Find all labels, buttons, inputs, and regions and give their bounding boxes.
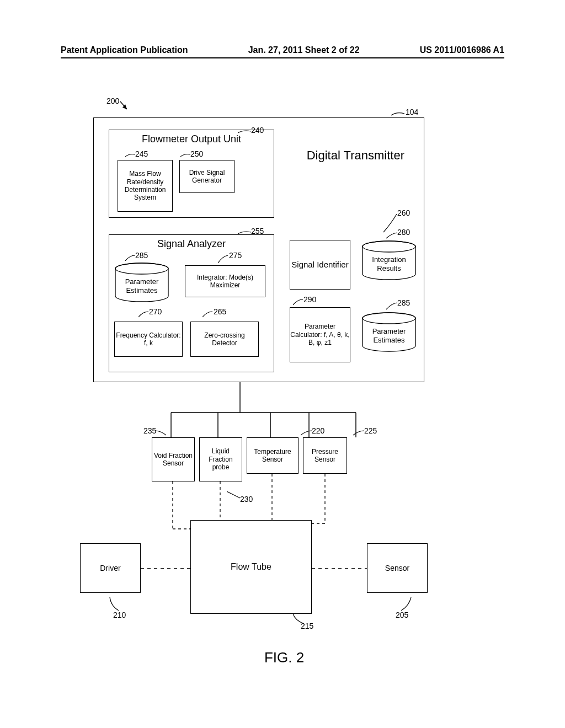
integration-results-label: Integration Results [361, 255, 417, 272]
ref-280: 280 [397, 228, 410, 237]
parameter-calculator-label: Parameter Calculator: f, A, θ, k, B, φ, … [290, 323, 350, 346]
leader-250-icon [180, 153, 191, 160]
parameter-estimates-cylinder-b: Parameter Estimates [361, 312, 417, 352]
pressure-sensor-label: Pressure Sensor [303, 448, 347, 464]
leader-285a-icon [125, 254, 136, 263]
mass-flow-block: Mass Flow Rate/density Determination Sys… [118, 160, 173, 212]
ref-245: 245 [135, 149, 148, 158]
header-center: Jan. 27, 2011 Sheet 2 of 22 [248, 45, 360, 55]
liquid-fraction-label: Liquid Fraction probe [200, 447, 242, 471]
signal-identifier-block: Signal Identifier [290, 240, 350, 290]
leader-235-icon [155, 430, 167, 437]
ref-220: 220 [312, 426, 324, 435]
ref-235: 235 [143, 426, 156, 435]
figure-caption: FIG. 2 [86, 649, 483, 666]
void-fraction-label: Void Fraction Sensor [152, 452, 194, 468]
leader-240-icon [238, 130, 252, 136]
frequency-calc-block: Frequency Calculator: f, k [114, 322, 183, 357]
leader-270-icon [138, 311, 150, 319]
ref-270: 270 [149, 307, 162, 316]
leader-220-icon [301, 430, 313, 437]
mass-flow-label: Mass Flow Rate/density Determination Sys… [118, 170, 172, 202]
temperature-sensor: Temperature Sensor [247, 437, 299, 474]
ref-230: 230 [240, 495, 253, 504]
parameter-estimates-b-label: Parameter Estimates [361, 327, 417, 344]
drive-signal-block: Drive Signal Generator [179, 160, 234, 193]
ref-210: 210 [113, 611, 126, 619]
digital-transmitter-label: Digital Transmitter [307, 148, 404, 163]
frequency-calc-label: Frequency Calculator: f, k [115, 331, 182, 347]
ref-104: 104 [406, 108, 418, 116]
parameter-estimates-a-label: Parameter Estimates [114, 277, 169, 295]
ref-240: 240 [251, 126, 264, 135]
header-rule [61, 57, 504, 58]
ref-285b: 285 [397, 298, 410, 307]
diagram-fig2: 200 104 Digital Transmitter Flowmeter Ou… [86, 108, 483, 659]
ref-285a: 285 [135, 251, 148, 260]
leader-225-icon [353, 430, 365, 437]
parameter-calculator-block: Parameter Calculator: f, A, θ, k, B, φ, … [290, 307, 350, 362]
arrow-200-icon [115, 99, 131, 116]
ref-250: 250 [190, 149, 203, 158]
ref-275: 275 [229, 251, 242, 260]
parameter-estimates-cylinder-a: Parameter Estimates [114, 262, 169, 303]
leader-280-icon [386, 232, 398, 240]
leader-265-icon [202, 311, 214, 319]
zero-crossing-block: Zero-crossing Detector [190, 322, 259, 357]
zero-crossing-label: Zero-crossing Detector [191, 331, 258, 347]
ref-260: 260 [397, 208, 410, 217]
ref-290: 290 [303, 295, 316, 304]
bottom-dashed-icon [86, 565, 483, 576]
signal-analyzer-title: Signal Analyzer [157, 238, 226, 250]
leader-255-icon [238, 231, 252, 237]
leader-260-icon [383, 212, 397, 234]
patent-page: Patent Application Publication Jan. 27, … [0, 0, 565, 728]
leader-275-icon [218, 254, 229, 265]
signal-identifier-label: Signal Identifier [291, 260, 348, 270]
ref-225: 225 [364, 426, 377, 435]
drive-signal-label: Drive Signal Generator [180, 169, 234, 185]
leader-245-icon [125, 153, 136, 160]
integration-results-cylinder: Integration Results [361, 240, 417, 281]
leader-210-icon [106, 597, 121, 612]
header-right: US 2011/0016986 A1 [420, 45, 504, 55]
leader-290-icon [293, 298, 304, 307]
digital-transmitter-title: Digital Transmitter [307, 148, 404, 163]
flowmeter-output-title: Flowmeter Output Unit [142, 133, 241, 146]
leader-205-icon [401, 597, 415, 612]
leader-215-icon [292, 614, 305, 626]
header-left: Patent Application Publication [61, 45, 188, 55]
integrator-block: Integrator: Mode(s) Maximizer [185, 265, 265, 297]
ref-255: 255 [251, 227, 264, 235]
leader-285b-icon [386, 302, 398, 312]
ref-205: 205 [396, 611, 408, 619]
page-header: Patent Application Publication Jan. 27, … [61, 45, 504, 55]
pressure-sensor: Pressure Sensor [303, 437, 347, 474]
leader-230-icon [227, 490, 241, 500]
integrator-label: Integrator: Mode(s) Maximizer [185, 274, 265, 290]
ref-265: 265 [214, 307, 226, 316]
temperature-sensor-label: Temperature Sensor [247, 448, 298, 464]
